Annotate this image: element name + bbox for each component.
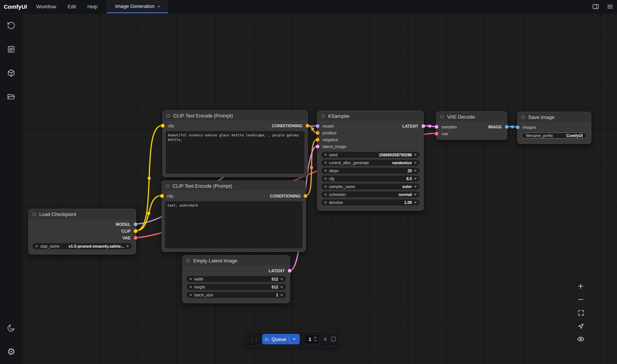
output-slot-latent[interactable] bbox=[421, 124, 425, 128]
arrow-left-icon[interactable]: ◀ bbox=[324, 153, 326, 156]
arrow-right-icon[interactable]: ▶ bbox=[281, 278, 283, 281]
hamburger-menu-button[interactable] bbox=[603, 0, 617, 13]
clear-queue-icon[interactable]: × bbox=[324, 336, 327, 342]
widget-width[interactable]: ◀ width 512 ▶ bbox=[187, 276, 286, 282]
arrow-left-icon[interactable]: ◀ bbox=[35, 245, 37, 248]
widget-batch-size[interactable]: ◀ batch_size 1 ▶ bbox=[187, 292, 286, 298]
arrow-right-icon[interactable]: ▶ bbox=[281, 285, 283, 288]
collapse-dot[interactable] bbox=[521, 116, 525, 119]
node-header[interactable]: KSampler bbox=[318, 111, 423, 121]
node-header[interactable]: CLIP Text Encode (Prompt) bbox=[162, 181, 305, 191]
arrow-left-icon[interactable]: ◀ bbox=[189, 293, 191, 296]
arrow-right-icon[interactable]: ▶ bbox=[415, 153, 417, 156]
node-empty-latent-image[interactable]: Empty Latent Image LATENT ◀ width 512 ▶ … bbox=[182, 255, 290, 303]
queue-list-button[interactable] bbox=[6, 44, 16, 54]
batch-count-input[interactable]: 1 bbox=[304, 334, 319, 344]
arrow-right-icon[interactable]: ▶ bbox=[415, 161, 417, 164]
arrow-right-icon[interactable]: ▶ bbox=[415, 169, 417, 172]
collapse-dot[interactable] bbox=[321, 114, 325, 118]
node-graph-canvas[interactable]: CLIP Text Encode (Prompt) clip CONDITION… bbox=[23, 14, 617, 364]
output-slot-image[interactable] bbox=[505, 125, 509, 129]
increment-icon[interactable] bbox=[314, 336, 317, 339]
stop-icon[interactable] bbox=[331, 337, 336, 341]
arrow-right-icon[interactable]: ▶ bbox=[415, 177, 417, 180]
node-save-image[interactable]: Save Image images filename_prefix ComfyU… bbox=[517, 112, 591, 144]
output-slot-model[interactable] bbox=[134, 222, 137, 226]
toggle-visibility-button[interactable] bbox=[576, 335, 585, 344]
fit-view-button[interactable] bbox=[576, 308, 585, 317]
collapse-dot[interactable] bbox=[440, 115, 444, 119]
drag-handle-icon[interactable]: ⋮⋮ bbox=[250, 336, 258, 342]
input-slot-positive[interactable] bbox=[316, 131, 319, 135]
node-clip-text-encode-positive[interactable]: CLIP Text Encode (Prompt) clip CONDITION… bbox=[162, 110, 308, 177]
zoom-in-button[interactable] bbox=[576, 282, 585, 291]
input-slot-images[interactable] bbox=[516, 125, 520, 129]
node-vae-decode[interactable]: VAE Decode samples IMAGE vae bbox=[436, 111, 507, 140]
widget-cfg[interactable]: ◀ cfg 8.0 ▶ bbox=[321, 176, 420, 182]
widget-scheduler[interactable]: ◀ scheduler normal ▶ bbox=[321, 191, 420, 197]
input-slot-negative[interactable] bbox=[316, 138, 319, 142]
collapse-dot[interactable] bbox=[32, 213, 36, 216]
menu-workflow[interactable]: Workflow bbox=[36, 4, 56, 9]
node-ksampler[interactable]: KSampler model LATENT positive negative bbox=[317, 111, 424, 211]
output-slot-vae[interactable] bbox=[134, 236, 137, 240]
menu-edit[interactable]: Edit bbox=[68, 4, 76, 9]
link-clip-negative[interactable] bbox=[136, 196, 162, 231]
arrow-left-icon[interactable]: ◀ bbox=[324, 169, 326, 172]
node-load-checkpoint[interactable]: Load Checkpoint MODEL CLIP VAE ◀ ckpt_n bbox=[28, 209, 136, 254]
arrow-left-icon[interactable]: ◀ bbox=[324, 161, 326, 164]
arrow-left-icon[interactable]: ◀ bbox=[324, 201, 326, 204]
prompt-textarea[interactable]: text, watermark bbox=[165, 201, 302, 248]
widget-ckpt-name[interactable]: ◀ ckpt_name v1-5-pruned-emaonly.safete..… bbox=[32, 243, 132, 249]
node-header[interactable]: Save Image bbox=[518, 112, 591, 122]
widget-denoise[interactable]: ◀ denoise 1.00 ▶ bbox=[321, 199, 420, 205]
arrow-right-icon[interactable]: ▶ bbox=[415, 201, 417, 204]
node-header[interactable]: CLIP Text Encode (Prompt) bbox=[163, 111, 307, 120]
node-header[interactable]: Empty Latent Image bbox=[183, 256, 290, 265]
input-slot-clip[interactable] bbox=[161, 124, 165, 128]
node-clip-text-encode-negative[interactable]: CLIP Text Encode (Prompt) clip CONDITION… bbox=[162, 180, 306, 252]
decrement-icon[interactable] bbox=[314, 339, 317, 342]
settings-button[interactable]: ⚙ bbox=[6, 347, 16, 356]
zoom-out-button[interactable] bbox=[576, 295, 585, 304]
chevron-down-icon[interactable] bbox=[292, 337, 296, 341]
arrow-right-icon[interactable]: ▶ bbox=[415, 193, 417, 196]
node-header[interactable]: Load Checkpoint bbox=[29, 209, 136, 219]
arrow-right-icon[interactable]: ▶ bbox=[281, 293, 283, 296]
output-slot-latent[interactable] bbox=[288, 269, 292, 273]
widget-height[interactable]: ◀ height 512 ▶ bbox=[187, 284, 286, 290]
output-slot-conditioning[interactable] bbox=[304, 194, 307, 198]
toggle-panel-button[interactable] bbox=[588, 0, 603, 13]
widget-sampler-name[interactable]: ◀ sampler_name euler ▶ bbox=[321, 184, 420, 190]
menu-help[interactable]: Help bbox=[87, 4, 97, 9]
arrow-left-icon[interactable]: ◀ bbox=[189, 285, 191, 288]
arrow-left-icon[interactable]: ◀ bbox=[324, 185, 326, 188]
queue-button[interactable]: ▷ Queue bbox=[262, 334, 300, 344]
widget-seed[interactable]: ◀ seed 156680208700286 ▶ bbox=[321, 152, 420, 158]
select-mode-button[interactable] bbox=[576, 321, 585, 330]
widget-filename-prefix[interactable]: filename_prefix ComfyUI bbox=[521, 133, 587, 139]
collapse-dot[interactable] bbox=[167, 114, 170, 117]
input-slot-latent-image[interactable] bbox=[316, 145, 319, 148]
app-logo[interactable]: ComfyUI bbox=[0, 3, 32, 10]
arrow-left-icon[interactable]: ◀ bbox=[189, 278, 191, 281]
input-slot-model[interactable] bbox=[316, 124, 319, 128]
widget-control-after-generate[interactable]: ◀ control_after_generate randomize ▶ bbox=[321, 160, 420, 166]
output-slot-clip[interactable] bbox=[134, 229, 137, 233]
collapse-dot[interactable] bbox=[166, 184, 169, 188]
theme-toggle-button[interactable] bbox=[6, 323, 16, 333]
link-clip-positive[interactable] bbox=[136, 125, 162, 231]
arrow-left-icon[interactable]: ◀ bbox=[324, 193, 326, 196]
input-slot-vae[interactable] bbox=[435, 132, 438, 136]
prompt-textarea[interactable]: beautiful scenery nature glass bottle la… bbox=[166, 131, 304, 174]
collapse-dot[interactable] bbox=[187, 259, 190, 262]
model-library-button[interactable] bbox=[6, 68, 16, 78]
input-slot-samples[interactable] bbox=[435, 125, 438, 129]
arrow-right-icon[interactable]: ▶ bbox=[127, 245, 129, 248]
history-button[interactable] bbox=[6, 20, 16, 30]
arrow-right-icon[interactable]: ▶ bbox=[415, 185, 417, 188]
arrow-left-icon[interactable]: ◀ bbox=[324, 177, 326, 180]
tab-image-generation[interactable]: Image Generation ● bbox=[107, 0, 168, 13]
node-header[interactable]: VAE Decode bbox=[437, 112, 507, 122]
widget-steps[interactable]: ◀ steps 20 ▶ bbox=[321, 168, 420, 174]
